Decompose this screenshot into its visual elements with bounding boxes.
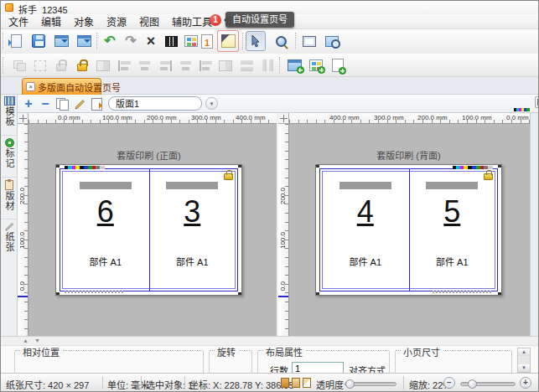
page-header-placeholder [339,182,391,189]
combo-dropdown-icon[interactable]: ▼ [205,97,218,110]
zoom-slider-thumb[interactable] [468,379,477,389]
fit-page-view-button[interactable] [299,31,319,51]
pencil-icon [75,99,86,110]
scroll-up-icon[interactable]: ▲ [518,348,530,356]
menu-tools[interactable]: 辅助工具 [169,13,215,29]
group-button[interactable] [9,55,29,75]
sheet-front[interactable]: 6 部件 A1 3 部件 A1 [55,164,242,296]
group-title: 布局属性 [263,345,305,358]
toolbar-separator [295,33,296,49]
zoom-in-button[interactable]: + [520,377,531,389]
unlock-button[interactable] [72,55,92,75]
zoom-out-button[interactable]: − [443,377,455,389]
undo-icon: ↶ [104,34,115,48]
select-tool-button[interactable] [246,31,266,51]
ruler-label: 200.0 [279,188,287,204]
side-tab-paper[interactable]: 纸张 [1,220,18,261]
splitter-collapse-up-icon[interactable]: ▲ [23,338,29,344]
equal-rows-button[interactable] [236,55,257,75]
side-tab-templates[interactable]: 模板 [1,95,18,136]
group-page-size: 小页尺寸 [395,350,512,373]
copy-layout-button[interactable] [54,96,70,111]
equal-columns-button[interactable] [257,55,277,75]
part-label: 部件 A1 [410,255,495,268]
import-layout-button[interactable] [74,31,94,51]
opacity-slider-thumb[interactable] [345,379,355,389]
imposed-page-4[interactable]: 4 部件 A1 [323,172,408,288]
right-edge-strip [530,113,539,336]
opacity-preset-light-icon[interactable] [292,378,300,388]
tab-label: 多版面自动设置页号 [38,80,121,94]
align-center-icon [138,60,151,71]
menu-edit[interactable]: 编辑 [39,13,64,29]
imposed-page-6[interactable]: 6 部件 A1 [63,172,148,288]
open-document-button[interactable] [6,31,26,51]
add-marks-button[interactable] [306,55,326,75]
zoom-slider[interactable] [460,382,516,386]
vertical-ruler-back: 200.0 100.0 0.0 [278,124,289,336]
canvas-pane-back[interactable]: 400.0 mm 300.0 mm 200.0 mm 100.0 mm 0.0 … [278,113,530,336]
menu-resource[interactable]: 资源 [104,13,129,29]
column-view-button[interactable] [161,31,181,51]
imposed-page-5[interactable]: 5 部件 A1 [410,172,495,288]
rows-input[interactable] [292,362,344,373]
layout-select[interactable]: 版面1 [108,96,202,111]
align-right-button[interactable] [155,55,175,75]
align-left-button[interactable] [114,55,134,75]
horizontal-splitter[interactable]: ▲ ▼ [1,336,538,345]
swap-pages-button[interactable] [93,55,113,75]
imposed-page-3[interactable]: 3 部件 A1 [150,172,236,288]
opacity-slider[interactable] [345,382,396,386]
group-title: 小页尺寸 [401,345,443,358]
delete-button[interactable]: × [141,31,161,51]
plus-badge-icon [318,66,325,74]
add-layout-item-button[interactable]: + [21,96,36,111]
tab-auto-page-number[interactable]: × 多版面自动设置页号 [22,78,101,95]
reorder-layout-button[interactable] [89,96,104,111]
side-tab-marks[interactable]: 标记 [1,137,18,178]
app-icon [5,3,13,12]
opacity-preset-dark-icon[interactable] [281,378,289,388]
ruler-origin-icon [278,113,289,124]
print-preview-button[interactable] [322,31,342,51]
menu-file[interactable]: 文件 [6,13,31,29]
properties-scrollbar[interactable]: ▲ ▼ [517,348,531,373]
ruler-label: 0.0 mm [58,114,80,121]
align-middle-button[interactable] [195,55,215,75]
lock-button[interactable] [51,55,71,75]
opacity-preset-mixed-icon[interactable] [303,378,311,388]
splitter-collapse-down-icon[interactable]: ▼ [34,338,40,344]
remove-layout-item-button[interactable]: − [38,96,53,111]
edit-layout-button[interactable] [72,96,87,111]
align-top-button[interactable] [175,55,195,75]
ruler-label: 0.0 mm [506,114,529,121]
zoom-tool-button[interactable] [271,31,291,51]
sheet-back[interactable]: 4 部件 A1 5 部件 A1 [315,164,502,296]
align-center-button[interactable] [134,55,154,75]
align-bottom-button[interactable] [215,55,236,75]
part-label: 部件 A1 [63,255,148,268]
fit-page-icon [303,36,316,47]
delete-icon: × [147,34,156,49]
add-layout-button[interactable] [284,55,304,75]
menu-view[interactable]: 视图 [137,13,162,29]
tab-close-icon[interactable]: × [26,82,35,91]
selection-frame-button[interactable] [30,55,50,75]
redo-button[interactable]: ↷ [121,31,141,51]
export-layout-button[interactable] [51,31,71,51]
register-mark [56,165,60,168]
side-tab-plates[interactable]: 版材 [1,178,18,219]
pane-toggle-button[interactable] [535,96,539,108]
add-page-button[interactable] [328,55,348,75]
scroll-down-icon[interactable]: ▼ [518,364,530,372]
canvas-pane-front[interactable]: 0.0 mm 100.0 mm 200.0 mm 300.0 mm 400.0 … [18,113,277,336]
column-view-icon [165,36,178,47]
save-button[interactable] [29,31,49,51]
undo-button[interactable]: ↶ [100,31,120,51]
auto-page-number-button[interactable] [218,31,238,51]
page-header-placeholder [166,182,218,189]
page-number-button[interactable]: 1 [197,31,217,51]
selected-objects-status: 选中对象: 1 [146,378,193,391]
register-mark [56,292,60,295]
menu-object[interactable]: 对象 [71,13,96,29]
